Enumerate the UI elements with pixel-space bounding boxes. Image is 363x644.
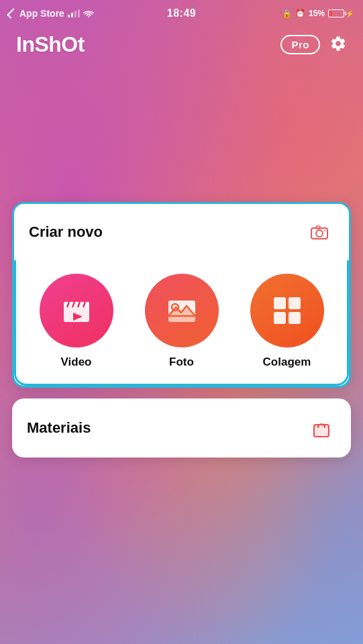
status-left: App Store [9, 8, 94, 19]
status-bar: App Store 18:49 🔒 ⏰ 15% ⚡ [0, 0, 363, 25]
settings-button[interactable] [329, 35, 347, 55]
svg-rect-18 [289, 312, 301, 324]
shop-button[interactable] [307, 413, 336, 443]
materiais-label: Materiais [27, 419, 91, 437]
video-icon-circle [40, 274, 113, 347]
header-actions: Pro [280, 35, 347, 55]
icon-grid: Video Fot [27, 274, 336, 369]
svg-rect-20 [314, 425, 329, 437]
colagem-label: Colagem [263, 356, 311, 369]
video-label: Video [61, 356, 92, 369]
lock-icon: 🔒 [282, 9, 292, 18]
colagem-button[interactable]: Colagem [238, 274, 336, 369]
app-logo: InShOt [16, 32, 85, 57]
svg-rect-16 [289, 297, 301, 309]
back-arrow-icon [7, 8, 17, 19]
criar-novo-card: Criar novo [12, 202, 351, 388]
camera-button[interactable] [305, 217, 334, 247]
time-display: 18:49 [167, 7, 196, 19]
app-header: InShOt Pro [0, 25, 363, 68]
svg-point-1 [316, 230, 323, 237]
battery-percent: 15% [309, 9, 325, 18]
foto-label: Foto [169, 356, 194, 369]
carrier-label: App Store [19, 8, 64, 19]
status-right: 🔒 ⏰ 15% ⚡ [282, 9, 354, 18]
icon-grid-section: Video Fot [14, 260, 349, 386]
alarm-icon: ⏰ [295, 9, 305, 18]
video-button[interactable]: Video [27, 274, 125, 369]
colagem-icon-circle [250, 274, 324, 347]
svg-rect-15 [274, 297, 286, 309]
main-content: Criar novo [0, 202, 363, 458]
criar-novo-row: Criar novo [14, 204, 349, 260]
signal-icon [68, 9, 80, 17]
svg-point-3 [324, 230, 325, 231]
pro-badge-button[interactable]: Pro [280, 35, 320, 54]
battery-indicator: ⚡ [328, 9, 354, 17]
charging-icon: ⚡ [346, 10, 354, 17]
materiais-card: Materiais [12, 398, 351, 458]
foto-icon-circle [145, 274, 219, 347]
wifi-icon [83, 9, 94, 17]
svg-rect-17 [274, 312, 286, 324]
criar-novo-label: Criar novo [29, 223, 103, 241]
foto-button[interactable]: Foto [132, 274, 231, 369]
